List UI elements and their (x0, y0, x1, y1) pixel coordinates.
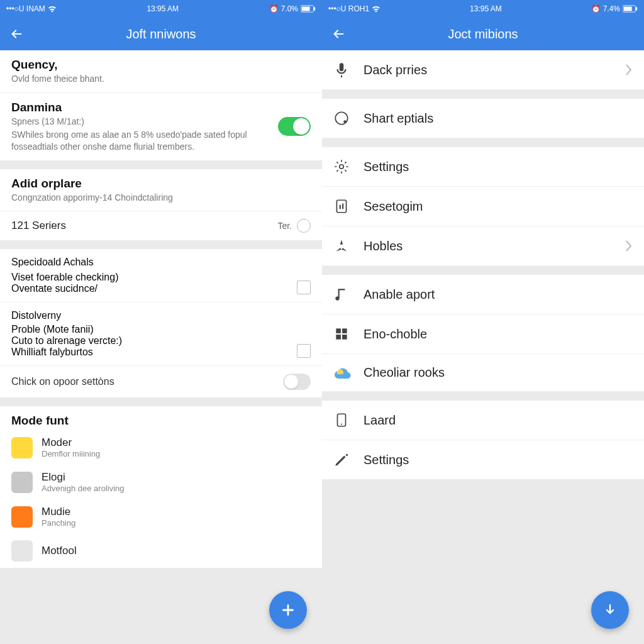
left-phone: •••○U INAM 13:95 AM ⏰ 7.0% Joft nniwons … (0, 0, 322, 644)
star3-icon (333, 238, 364, 254)
status-bar: •••○U INAM 13:95 AM ⏰ 7.0% (0, 0, 322, 18)
dist-sub2: Cuto to alrenage vercte:) (11, 335, 122, 347)
svg-point-17 (341, 423, 342, 425)
mic-icon (333, 62, 364, 78)
grid-icon (333, 326, 364, 342)
carrier-text: •••○U INAM (6, 4, 45, 13)
svg-rect-13 (342, 328, 347, 333)
chick-label: Chick on opoor settòns (11, 376, 114, 387)
right-phone: •••○U ROH1 13:95 AM ⏰ 7.4% Joct mibions … (322, 0, 644, 644)
svg-rect-9 (336, 200, 346, 213)
menu-item-gear[interactable]: Settings (322, 147, 644, 187)
group-quency: Quency, Ovld fome theice bhant. Danmina … (0, 50, 322, 160)
row-adid[interactable]: Adid orplare Congnzation apporimy-14 Cho… (0, 169, 322, 212)
app-icon (11, 437, 33, 458)
section-gap (322, 138, 644, 147)
row-quency[interactable]: Quency, Ovld fome theice bhant. (0, 50, 322, 93)
back-button[interactable] (328, 24, 348, 44)
app-name: Elogi (42, 471, 311, 484)
spec-title: Specidoald Achals (11, 257, 94, 268)
dist-sub1: Proble (Mote fanii) (11, 324, 122, 335)
danmina-sub1: Spners (13 M/1at:) (11, 116, 278, 128)
adid-sub: Congnzation apporimy-14 Choindctaliring (11, 192, 311, 204)
app-name: Motfool (42, 545, 311, 557)
app-icon (11, 540, 33, 562)
menu-item-mic[interactable]: Dack prries (322, 50, 644, 90)
app-icon (11, 506, 33, 528)
page-icon (333, 412, 364, 428)
menu-item-label: Eno-choble (364, 327, 633, 341)
group-mode-funt: Mode funt ModerDemflor miiiningElogiAdve… (0, 406, 322, 568)
alarm-icon: ⏰ (269, 4, 279, 13)
svg-rect-15 (342, 335, 347, 340)
spec-line2: Oventate sucidnce/ (11, 283, 118, 294)
svg-rect-2 (302, 7, 310, 11)
svg-rect-12 (336, 328, 341, 333)
chevron-right-icon (624, 240, 633, 252)
carrier-text: •••○U ROH1 (328, 4, 369, 13)
row-spec[interactable]: Specidoald Achals Viset foerable checkin… (0, 249, 322, 303)
danmina-title: Danmina (11, 101, 278, 114)
fab-download[interactable] (591, 591, 629, 629)
svg-rect-4 (636, 7, 638, 10)
battery-text: 7.4% (603, 4, 620, 13)
battery-text: 7.0% (281, 4, 298, 13)
app-row[interactable]: ElogiAdvenigh dee aroliving (0, 465, 322, 499)
menu-item-label: Settings (364, 453, 633, 467)
app-sub: Advenigh dee aroliving (42, 484, 311, 493)
app-row[interactable]: Motfool (0, 534, 322, 568)
menu-item-cloud[interactable]: Cheoliar rooks (322, 354, 644, 392)
menu-item-circle[interactable]: Shart eptials (322, 99, 644, 138)
svg-rect-14 (336, 335, 341, 340)
row-distolverny[interactable]: Distolverny Proble (Mote fanii) Cuto to … (0, 303, 322, 366)
menu-item-doc-bars[interactable]: Sesetogim (322, 187, 644, 226)
row-chick[interactable]: Chick on opoor settòns (0, 366, 322, 397)
app-row[interactable]: ModerDemflor miiining (0, 430, 322, 465)
menu-item-pencil[interactable]: Settings (322, 440, 644, 479)
spec-line1: Viset foerable checking) (11, 272, 118, 283)
fab-add[interactable] (269, 591, 307, 629)
dist-checkbox[interactable] (297, 344, 311, 358)
svg-rect-1 (314, 7, 316, 10)
menu-item-star3[interactable]: Hobles (322, 226, 644, 266)
menu-item-label: Shart eptials (364, 111, 633, 126)
menu-item-label: Laard (364, 413, 633, 428)
menu-item-label: Sesetogim (364, 199, 633, 214)
menu-item-label: Settings (364, 160, 633, 174)
spec-checkbox[interactable] (297, 280, 311, 294)
app-icon (11, 472, 33, 493)
page-title: Joft nniwons (0, 27, 322, 42)
settings-content[interactable]: Quency, Ovld fome theice bhant. Danmina … (0, 50, 322, 644)
group-spec: Specidoald Achals Viset foerable checkin… (0, 249, 322, 397)
page-title: Joct mibions (322, 27, 644, 42)
adid-title: Adid orplare (11, 177, 311, 191)
status-bar: •••○U ROH1 13:95 AM ⏰ 7.4% (322, 0, 644, 18)
menu-item-music[interactable]: Anable aport (322, 275, 644, 314)
back-button[interactable] (6, 24, 26, 44)
wifi-icon (48, 5, 57, 13)
row-seriers[interactable]: 121 Seriers Ter. (0, 211, 322, 240)
menu-item-label: Dack prries (364, 63, 624, 77)
seriers-radio[interactable] (297, 219, 311, 233)
app-name: Moder (42, 436, 311, 449)
menu-item-label: Cheoliar rooks (364, 365, 633, 380)
svg-point-7 (343, 120, 346, 123)
seriers-right-label: Ter. (277, 221, 292, 231)
mode-funt-header: Mode funt (0, 406, 322, 430)
battery-icon (301, 5, 316, 13)
dist-title: Distolverny (11, 310, 61, 321)
quency-title: Quency, (11, 58, 311, 72)
menu-item-page[interactable]: Laard (322, 401, 644, 440)
group-adid: Adid orplare Congnzation apporimy-14 Cho… (0, 169, 322, 241)
app-row[interactable]: MudiePanching (0, 499, 322, 534)
gear-icon (333, 158, 364, 175)
menu-item-grid[interactable]: Eno-choble (322, 314, 644, 354)
danmina-toggle[interactable] (278, 117, 311, 136)
menu-content[interactable]: Dack prriesShart eptialsSettingsSesetogi… (322, 50, 644, 644)
circle-icon (333, 110, 364, 126)
seriers-title: 121 Seriers (11, 219, 277, 232)
chick-toggle[interactable] (283, 374, 311, 390)
cloud-icon (333, 366, 364, 380)
row-danmina[interactable]: Danmina Spners (13 M/1at:) SWhiles brong… (0, 93, 322, 160)
music-icon (333, 286, 364, 303)
